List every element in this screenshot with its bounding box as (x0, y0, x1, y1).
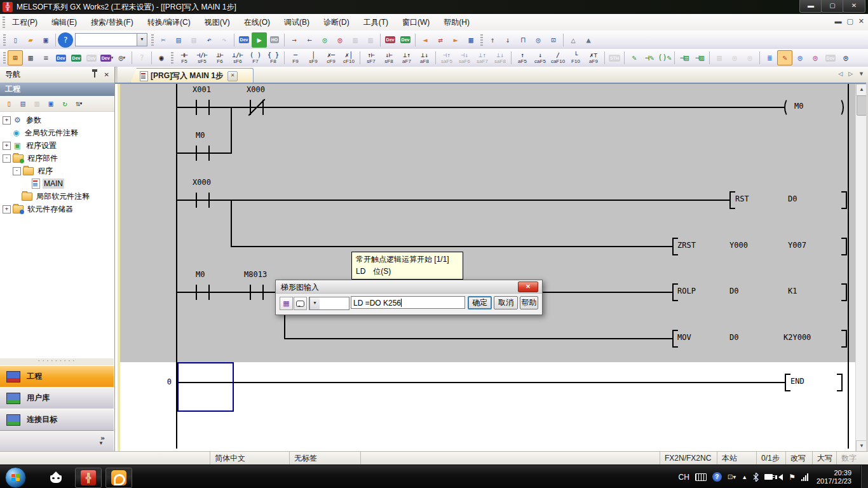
device-display-icon[interactable]: Dev (236, 32, 252, 48)
tree-expander-icon[interactable]: - (3, 154, 11, 163)
instruction-combo[interactable]: ▼ (309, 297, 349, 310)
start-button[interactable] (5, 467, 26, 488)
pin-icon[interactable] (94, 72, 95, 78)
doc-icon-3[interactable]: ◎ (742, 50, 757, 65)
tree-item-3[interactable]: -程序部件 (0, 152, 114, 165)
monitor-stop-icon[interactable]: ◎ (332, 32, 348, 48)
io-jump-icon[interactable]: ⇄ (433, 32, 448, 48)
foobar2000-icon[interactable] (43, 468, 69, 487)
uc-browser-icon[interactable] (105, 468, 132, 488)
watch-window-icon[interactable]: Dev▾ (99, 50, 114, 65)
menu-item-6[interactable]: 调试(B) (277, 14, 316, 30)
falling-pulse-or-button[interactable]: ⊥↓aF8 (416, 50, 433, 67)
tree-item-6[interactable]: 局部软元件注释 (0, 190, 114, 203)
jump-next-icon[interactable]: ► (448, 32, 463, 48)
tree-expander-icon[interactable]: + (3, 142, 11, 150)
dialog-close-button[interactable]: ✕ (518, 281, 538, 292)
tree-item-0[interactable]: +⚙参数 (0, 114, 114, 126)
ladder-editor[interactable] (115, 83, 868, 452)
device-comment-edit-icon[interactable]: ◎ (808, 50, 823, 65)
tab-scroll-left-icon[interactable]: ◁ (838, 71, 843, 77)
ok-button[interactable]: 确定 (468, 296, 492, 309)
menu-item-3[interactable]: 转换/编译(C) (140, 14, 198, 30)
menu-item-10[interactable]: 帮助(H) (437, 14, 477, 30)
cc-link-icon[interactable]: Dev (84, 50, 99, 65)
pulse-equal-button-2[interactable]: ⊣↓saF6 (456, 50, 473, 67)
menu-item-7[interactable]: 诊断(D) (316, 14, 356, 30)
jump-prev-icon[interactable]: ◄ (417, 32, 433, 48)
device-test-icon[interactable]: HO (267, 32, 282, 48)
pause-icon-2[interactable]: ▥ (363, 32, 378, 48)
navigation-close-icon[interactable]: ✕ (104, 71, 109, 78)
tab-main-program[interactable]: [PRG]写入 MAIN 1步 ✕ (130, 68, 254, 83)
action-center-flag-icon[interactable]: ⚑ (789, 473, 796, 482)
close-button[interactable]: ✕ (843, 0, 865, 13)
power-icon[interactable] (764, 474, 773, 480)
menu-item-1[interactable]: 编辑(E) (44, 14, 84, 30)
trace-icon-2[interactable]: ▲ (581, 32, 596, 48)
nav-button-user-library[interactable]: 用户库 (0, 387, 114, 409)
write-to-plc-icon[interactable]: → (287, 32, 302, 48)
navigation-window-icon[interactable]: ⊞ (8, 50, 23, 65)
note-edit-icon[interactable]: ◎ (792, 50, 808, 65)
menu-item-0[interactable]: 工程(P) (5, 14, 44, 30)
volume-icon[interactable] (778, 474, 783, 480)
bluetooth-icon[interactable] (753, 473, 759, 482)
pause-icon-1[interactable]: ▥ (348, 32, 363, 48)
horizontal-line-button[interactable]: ─F9 (287, 50, 304, 67)
tree-expander-icon[interactable]: + (3, 205, 11, 214)
convert-operation-button[interactable]: ↓caF5 (531, 50, 549, 67)
device-search-icon[interactable]: Dev (383, 32, 398, 48)
delete-line-button[interactable]: ✗⊤aF9 (585, 50, 602, 67)
rising-pulse-or-button[interactable]: ⊥↑aF7 (398, 50, 416, 67)
gxworks2-taskbar-icon[interactable]: ╬ (75, 468, 102, 488)
pulse-equal-button-1[interactable]: ⊣↑saF5 (438, 50, 456, 67)
sort-icon[interactable]: ⇅▾ (72, 97, 86, 111)
read-from-plc-icon[interactable]: ← (302, 32, 317, 48)
device-comment-icon[interactable]: Dev (53, 50, 69, 65)
skip-exec-icon[interactable]: ◎ (531, 32, 546, 48)
pulse-equal-button-3[interactable]: ⊥↑saF7 (473, 50, 491, 67)
mdi-minimize-button[interactable]: ▬ (834, 17, 841, 25)
combo-dropdown-icon[interactable]: ▼ (309, 297, 320, 309)
mdi-restore-button[interactable]: ▢ (846, 17, 853, 25)
tray-expand-arrow-icon[interactable]: ▲ (742, 474, 747, 480)
comment-display-icon[interactable]: ≣ (762, 50, 777, 65)
menu-item-9[interactable]: 窗口(W) (395, 14, 437, 30)
cancel-button[interactable]: 取消 (494, 296, 518, 309)
help-icon[interactable]: ? (58, 32, 73, 48)
application-instruction-button[interactable]: { }F8 (264, 50, 282, 67)
rising-pulse-button[interactable]: ↑⊢sF7 (362, 50, 380, 67)
tab-list-dropdown-icon[interactable]: ▼ (858, 71, 864, 77)
doc-icon-2[interactable]: ◎ (727, 50, 742, 65)
mdi-close-button[interactable]: ✕ (858, 17, 864, 25)
scrollbar-thumb[interactable] (857, 95, 867, 116)
property-icon[interactable]: ▣ (44, 97, 58, 111)
coil-button[interactable]: ( )F7 (247, 50, 264, 67)
window-tray-icon[interactable]: ⊡▾ (728, 473, 736, 480)
new-item-icon[interactable]: ▯ (2, 97, 16, 111)
dialog-titlebar[interactable]: 梯形图输入 ✕ (276, 280, 542, 294)
copy-item-icon[interactable]: ▤ (16, 97, 30, 111)
step-stop-icon[interactable]: ↓ (500, 32, 515, 48)
output-window-icon[interactable]: ≡ (38, 50, 53, 65)
help-2-icon[interactable]: ? (134, 50, 149, 65)
chevron-dropdown-icon[interactable]: ▼ (98, 440, 104, 446)
pulse-equal-button-4[interactable]: ⊥↓saF8 (491, 50, 509, 67)
trace-icon-1[interactable]: △ (566, 32, 581, 48)
statement-edit-icon[interactable]: ✎ (777, 50, 792, 65)
restore-button[interactable]: ▢ (821, 0, 844, 13)
ladder-symbol-icon[interactable]: ▦ (280, 297, 293, 310)
open-branch-button[interactable]: ⊥⊢F6 (211, 50, 229, 67)
undo-icon[interactable]: ↶ (201, 32, 217, 48)
show-desktop-button[interactable] (860, 465, 868, 488)
vertical-line-button[interactable]: │sF9 (304, 50, 322, 67)
cut-icon[interactable]: ✂ (156, 32, 171, 48)
falling-pulse-button[interactable]: ↓⊢sF8 (380, 50, 398, 67)
find-device-icon[interactable]: ◎▾ (114, 50, 130, 65)
help-tray-icon[interactable]: ? (712, 472, 722, 482)
tab-close-icon[interactable]: ✕ (227, 71, 238, 81)
zoom-icon[interactable]: ◎ (838, 50, 853, 65)
monitor-condition-icon[interactable]: ▦ (463, 32, 478, 48)
open-project-icon[interactable]: ▰ (23, 32, 38, 48)
